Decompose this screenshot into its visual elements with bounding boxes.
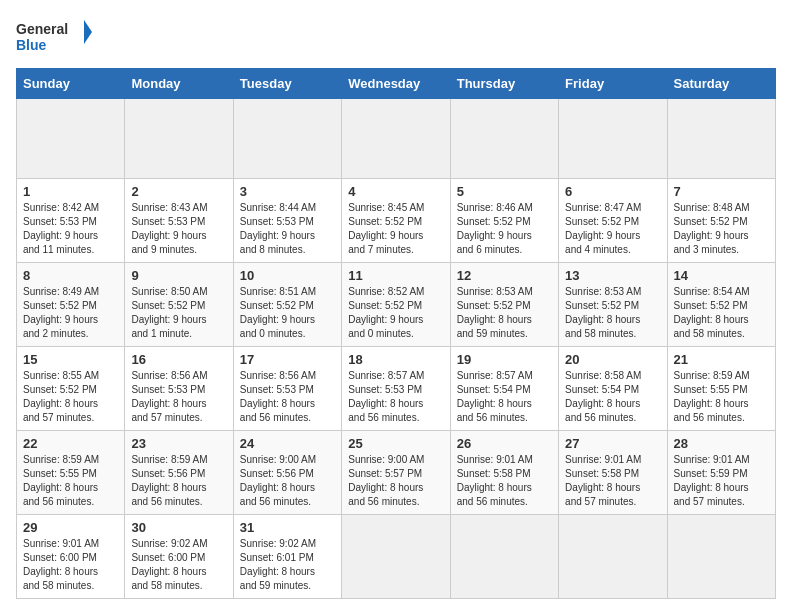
calendar-cell: 21Sunrise: 8:59 AM Sunset: 5:55 PM Dayli… — [667, 347, 775, 431]
day-number: 14 — [674, 268, 769, 283]
day-info: Sunrise: 8:57 AM Sunset: 5:53 PM Dayligh… — [348, 369, 443, 425]
calendar-cell: 12Sunrise: 8:53 AM Sunset: 5:52 PM Dayli… — [450, 263, 558, 347]
day-number: 31 — [240, 520, 335, 535]
calendar-cell: 20Sunrise: 8:58 AM Sunset: 5:54 PM Dayli… — [559, 347, 667, 431]
calendar-cell: 24Sunrise: 9:00 AM Sunset: 5:56 PM Dayli… — [233, 431, 341, 515]
calendar-week-2: 1Sunrise: 8:42 AM Sunset: 5:53 PM Daylig… — [17, 179, 776, 263]
day-number: 5 — [457, 184, 552, 199]
calendar-cell: 28Sunrise: 9:01 AM Sunset: 5:59 PM Dayli… — [667, 431, 775, 515]
svg-text:General: General — [16, 21, 68, 37]
day-info: Sunrise: 8:45 AM Sunset: 5:52 PM Dayligh… — [348, 201, 443, 257]
day-info: Sunrise: 8:43 AM Sunset: 5:53 PM Dayligh… — [131, 201, 226, 257]
calendar-cell: 17Sunrise: 8:56 AM Sunset: 5:53 PM Dayli… — [233, 347, 341, 431]
calendar-cell — [17, 99, 125, 179]
day-number: 12 — [457, 268, 552, 283]
calendar-cell: 27Sunrise: 9:01 AM Sunset: 5:58 PM Dayli… — [559, 431, 667, 515]
svg-text:Blue: Blue — [16, 37, 47, 53]
calendar-week-6: 29Sunrise: 9:01 AM Sunset: 6:00 PM Dayli… — [17, 515, 776, 599]
calendar-cell: 25Sunrise: 9:00 AM Sunset: 5:57 PM Dayli… — [342, 431, 450, 515]
calendar-cell: 16Sunrise: 8:56 AM Sunset: 5:53 PM Dayli… — [125, 347, 233, 431]
day-number: 13 — [565, 268, 660, 283]
calendar-cell: 5Sunrise: 8:46 AM Sunset: 5:52 PM Daylig… — [450, 179, 558, 263]
day-info: Sunrise: 8:52 AM Sunset: 5:52 PM Dayligh… — [348, 285, 443, 341]
day-info: Sunrise: 8:59 AM Sunset: 5:55 PM Dayligh… — [23, 453, 118, 509]
day-info: Sunrise: 8:57 AM Sunset: 5:54 PM Dayligh… — [457, 369, 552, 425]
day-number: 18 — [348, 352, 443, 367]
day-number: 22 — [23, 436, 118, 451]
calendar-cell: 4Sunrise: 8:45 AM Sunset: 5:52 PM Daylig… — [342, 179, 450, 263]
day-number: 19 — [457, 352, 552, 367]
day-number: 7 — [674, 184, 769, 199]
calendar-week-1 — [17, 99, 776, 179]
day-info: Sunrise: 9:02 AM Sunset: 6:01 PM Dayligh… — [240, 537, 335, 593]
day-info: Sunrise: 9:00 AM Sunset: 5:57 PM Dayligh… — [348, 453, 443, 509]
calendar-cell: 19Sunrise: 8:57 AM Sunset: 5:54 PM Dayli… — [450, 347, 558, 431]
day-info: Sunrise: 8:54 AM Sunset: 5:52 PM Dayligh… — [674, 285, 769, 341]
col-thursday: Thursday — [450, 69, 558, 99]
calendar-cell: 26Sunrise: 9:01 AM Sunset: 5:58 PM Dayli… — [450, 431, 558, 515]
calendar-week-4: 15Sunrise: 8:55 AM Sunset: 5:52 PM Dayli… — [17, 347, 776, 431]
calendar-cell: 23Sunrise: 8:59 AM Sunset: 5:56 PM Dayli… — [125, 431, 233, 515]
day-info: Sunrise: 8:42 AM Sunset: 5:53 PM Dayligh… — [23, 201, 118, 257]
day-info: Sunrise: 8:56 AM Sunset: 5:53 PM Dayligh… — [131, 369, 226, 425]
day-info: Sunrise: 8:48 AM Sunset: 5:52 PM Dayligh… — [674, 201, 769, 257]
header-row: Sunday Monday Tuesday Wednesday Thursday… — [17, 69, 776, 99]
day-info: Sunrise: 9:01 AM Sunset: 5:59 PM Dayligh… — [674, 453, 769, 509]
day-number: 11 — [348, 268, 443, 283]
day-number: 24 — [240, 436, 335, 451]
col-tuesday: Tuesday — [233, 69, 341, 99]
day-info: Sunrise: 8:59 AM Sunset: 5:55 PM Dayligh… — [674, 369, 769, 425]
day-number: 17 — [240, 352, 335, 367]
day-info: Sunrise: 8:46 AM Sunset: 5:52 PM Dayligh… — [457, 201, 552, 257]
calendar-cell — [559, 515, 667, 599]
calendar-cell: 10Sunrise: 8:51 AM Sunset: 5:52 PM Dayli… — [233, 263, 341, 347]
day-number: 20 — [565, 352, 660, 367]
day-info: Sunrise: 8:44 AM Sunset: 5:53 PM Dayligh… — [240, 201, 335, 257]
calendar-cell: 31Sunrise: 9:02 AM Sunset: 6:01 PM Dayli… — [233, 515, 341, 599]
calendar-week-5: 22Sunrise: 8:59 AM Sunset: 5:55 PM Dayli… — [17, 431, 776, 515]
logo: General Blue — [16, 16, 96, 56]
day-info: Sunrise: 8:47 AM Sunset: 5:52 PM Dayligh… — [565, 201, 660, 257]
calendar-cell: 3Sunrise: 8:44 AM Sunset: 5:53 PM Daylig… — [233, 179, 341, 263]
calendar-cell — [450, 515, 558, 599]
calendar-cell: 22Sunrise: 8:59 AM Sunset: 5:55 PM Dayli… — [17, 431, 125, 515]
svg-marker-2 — [84, 20, 92, 44]
day-number: 3 — [240, 184, 335, 199]
calendar-cell — [667, 515, 775, 599]
calendar-cell: 15Sunrise: 8:55 AM Sunset: 5:52 PM Dayli… — [17, 347, 125, 431]
day-number: 8 — [23, 268, 118, 283]
day-info: Sunrise: 8:51 AM Sunset: 5:52 PM Dayligh… — [240, 285, 335, 341]
calendar-cell: 1Sunrise: 8:42 AM Sunset: 5:53 PM Daylig… — [17, 179, 125, 263]
calendar-cell: 7Sunrise: 8:48 AM Sunset: 5:52 PM Daylig… — [667, 179, 775, 263]
calendar-cell: 8Sunrise: 8:49 AM Sunset: 5:52 PM Daylig… — [17, 263, 125, 347]
day-info: Sunrise: 8:56 AM Sunset: 5:53 PM Dayligh… — [240, 369, 335, 425]
day-number: 4 — [348, 184, 443, 199]
day-number: 27 — [565, 436, 660, 451]
calendar-cell: 9Sunrise: 8:50 AM Sunset: 5:52 PM Daylig… — [125, 263, 233, 347]
day-number: 29 — [23, 520, 118, 535]
day-info: Sunrise: 8:58 AM Sunset: 5:54 PM Dayligh… — [565, 369, 660, 425]
calendar-cell — [125, 99, 233, 179]
day-number: 26 — [457, 436, 552, 451]
day-number: 16 — [131, 352, 226, 367]
calendar-cell: 14Sunrise: 8:54 AM Sunset: 5:52 PM Dayli… — [667, 263, 775, 347]
day-info: Sunrise: 9:02 AM Sunset: 6:00 PM Dayligh… — [131, 537, 226, 593]
col-wednesday: Wednesday — [342, 69, 450, 99]
day-number: 6 — [565, 184, 660, 199]
day-number: 25 — [348, 436, 443, 451]
day-info: Sunrise: 8:50 AM Sunset: 5:52 PM Dayligh… — [131, 285, 226, 341]
day-info: Sunrise: 9:01 AM Sunset: 5:58 PM Dayligh… — [457, 453, 552, 509]
calendar-cell — [233, 99, 341, 179]
day-number: 23 — [131, 436, 226, 451]
col-sunday: Sunday — [17, 69, 125, 99]
day-info: Sunrise: 9:01 AM Sunset: 6:00 PM Dayligh… — [23, 537, 118, 593]
calendar-cell: 18Sunrise: 8:57 AM Sunset: 5:53 PM Dayli… — [342, 347, 450, 431]
calendar-cell: 13Sunrise: 8:53 AM Sunset: 5:52 PM Dayli… — [559, 263, 667, 347]
calendar-table: Sunday Monday Tuesday Wednesday Thursday… — [16, 68, 776, 599]
day-number: 10 — [240, 268, 335, 283]
calendar-week-3: 8Sunrise: 8:49 AM Sunset: 5:52 PM Daylig… — [17, 263, 776, 347]
calendar-cell — [450, 99, 558, 179]
col-monday: Monday — [125, 69, 233, 99]
logo-svg: General Blue — [16, 16, 96, 56]
calendar-cell: 29Sunrise: 9:01 AM Sunset: 6:00 PM Dayli… — [17, 515, 125, 599]
